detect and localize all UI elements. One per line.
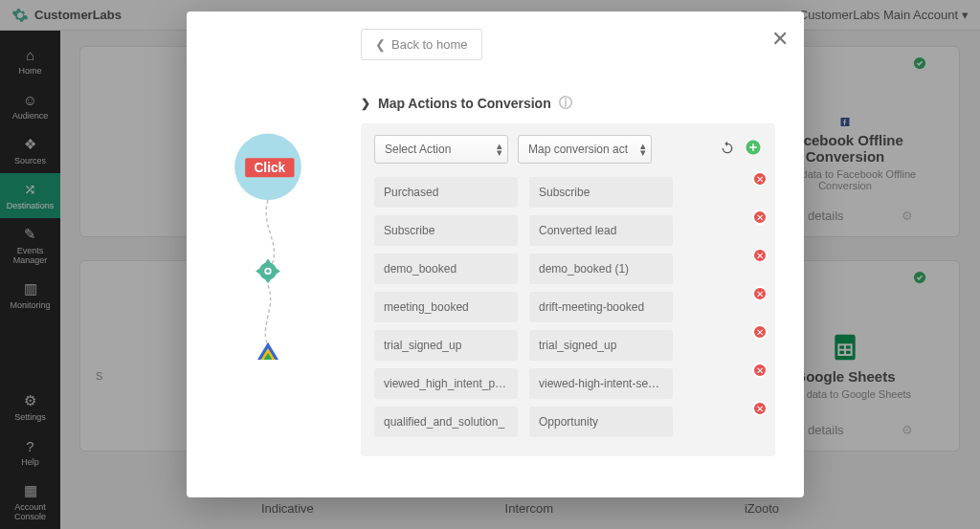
add-mapping-button[interactable] — [745, 139, 762, 160]
mapping-action-cell: meeting_booked — [374, 292, 518, 322]
mapping-conversion-cell: trial_signed_up — [529, 330, 673, 361]
close-button[interactable]: ✕ — [771, 27, 789, 52]
modal-illustration-panel: Click — [187, 11, 349, 497]
delete-mapping-button[interactable]: ✕ — [752, 248, 768, 263]
mapping-row: meeting_bookeddrift-meeting-booked✕ — [374, 292, 762, 322]
map-actions-modal: ✕ Click ❮ Back to home — [187, 11, 804, 497]
delete-mapping-button[interactable]: ✕ — [752, 171, 768, 187]
delete-mapping-button[interactable]: ✕ — [752, 324, 768, 340]
close-icon: ✕ — [756, 212, 764, 223]
mapping-row: SubscribeConverted lead✕ — [374, 215, 762, 246]
map-conversion-dropdown[interactable]: Map conversion actio — [518, 135, 652, 164]
close-icon: ✕ — [756, 289, 764, 299]
plus-circle-icon — [745, 139, 762, 156]
mapping-head: Select Action ▴▾ Map conversion actio ▴▾ — [374, 135, 762, 164]
mapping-row: PurchasedSubscribe✕ — [374, 177, 762, 208]
mapping-conversion-cell: demo_booked (1) — [529, 253, 673, 284]
section-title: Map Actions to Conversion — [378, 96, 551, 111]
delete-mapping-button[interactable]: ✕ — [752, 401, 768, 416]
info-icon[interactable]: ⓘ — [559, 95, 572, 112]
mapping-conversion-cell: Converted lead — [529, 215, 673, 246]
delete-mapping-button[interactable]: ✕ — [752, 286, 768, 301]
illustration: Click — [215, 34, 321, 474]
close-icon: ✕ — [756, 365, 764, 376]
delete-mapping-button[interactable]: ✕ — [752, 363, 768, 378]
refresh-button[interactable] — [720, 141, 735, 159]
modal-content-panel: ❮ Back to home ❯ Map Actions to Conversi… — [349, 11, 804, 497]
close-icon: ✕ — [756, 404, 764, 414]
mapping-panel: Select Action ▴▾ Map conversion actio ▴▾ — [361, 123, 775, 456]
mapping-action-cell: Subscribe — [374, 215, 518, 246]
mapping-conversion-cell: Subscribe — [529, 177, 673, 208]
mapping-action-cell: qualified_and_solution_ — [374, 407, 518, 437]
delete-mapping-button[interactable]: ✕ — [752, 209, 768, 225]
mapping-action-cell: Purchased — [374, 177, 518, 208]
mapping-action-cell: demo_booked — [374, 253, 518, 284]
svg-point-17 — [266, 270, 270, 274]
mapping-action-cell: viewed_high_intent_pages — [374, 368, 518, 399]
mapping-row: viewed_high_intent_pagesviewed-high-inte… — [374, 368, 762, 399]
back-to-home-button[interactable]: ❮ Back to home — [361, 29, 482, 60]
updown-icon: ▴▾ — [640, 143, 646, 156]
mapping-conversion-cell: viewed-high-intent-server — [529, 368, 673, 399]
updown-icon: ▴▾ — [497, 143, 502, 156]
mapping-row: qualified_and_solution_Opportunity✕ — [374, 407, 762, 437]
chevron-left-icon: ❮ — [375, 37, 386, 52]
close-icon: ✕ — [756, 251, 764, 261]
refresh-icon — [720, 141, 735, 156]
back-to-home-label: Back to home — [391, 37, 468, 52]
close-icon: ✕ — [756, 327, 764, 338]
mapping-row: demo_bookeddemo_booked (1)✕ — [374, 253, 762, 284]
close-icon: ✕ — [756, 174, 764, 185]
section-header[interactable]: ❯ Map Actions to Conversion ⓘ — [361, 95, 775, 112]
close-icon: ✕ — [771, 27, 789, 51]
select-action-dropdown[interactable]: Select Action — [374, 135, 508, 164]
chevron-right-icon: ❯ — [361, 97, 370, 110]
mapping-conversion-cell: Opportunity — [529, 407, 673, 437]
mapping-conversion-cell: drift-meeting-booked — [529, 292, 673, 322]
mapping-row: trial_signed_uptrial_signed_up✕ — [374, 330, 762, 361]
svg-text:Click: Click — [254, 161, 285, 175]
mapping-action-cell: trial_signed_up — [374, 330, 518, 361]
